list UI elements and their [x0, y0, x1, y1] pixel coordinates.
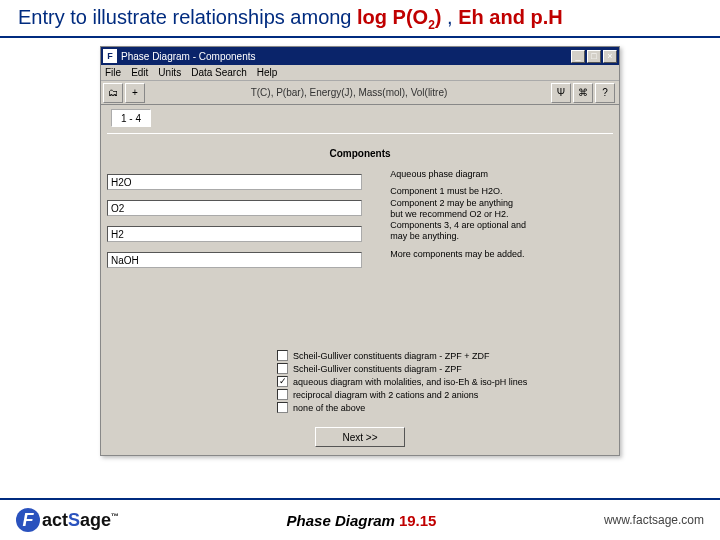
option-aqueous[interactable]: ✓ aqueous diagram with molalities, and i… [277, 376, 527, 387]
info-heading: Aqueous phase diagram [390, 169, 613, 180]
menubar: File Edit Units Data Search Help [101, 65, 619, 81]
logo-text: actSage™ [42, 510, 119, 531]
menu-file[interactable]: File [105, 67, 121, 78]
open-icon[interactable]: 🗂 [103, 83, 123, 103]
separator [107, 133, 613, 134]
menu-help[interactable]: Help [257, 67, 278, 78]
add-icon[interactable]: + [125, 83, 145, 103]
titlebar: F Phase Diagram - Components _ □ × [101, 47, 619, 65]
info-rules: Component 1 must be H2O. Component 2 may… [390, 186, 613, 242]
title-hl-2: Eh and p.H [458, 6, 562, 28]
components-heading: Components [107, 140, 613, 159]
next-button[interactable]: Next >> [315, 427, 405, 447]
option-scheil-zpf[interactable]: Scheil-Gulliver constituents diagram - Z… [277, 363, 527, 374]
menu-data-search[interactable]: Data Search [191, 67, 247, 78]
window-title: Phase Diagram - Components [121, 51, 571, 62]
tool-a-icon[interactable]: Ψ [551, 83, 571, 103]
option-label: reciprocal diagram with 2 cations and 2 … [293, 390, 478, 400]
title-prefix: Entry to illustrate relationships among [18, 6, 357, 28]
checkbox-icon [277, 363, 288, 374]
checkbox-icon: ✓ [277, 376, 288, 387]
title-hl-1: log P(O2) [357, 6, 447, 28]
maximize-button[interactable]: □ [587, 50, 601, 63]
option-scheil-zpf-zdf[interactable]: Scheil-Gulliver constituents diagram - Z… [277, 350, 527, 361]
component-1-field[interactable] [107, 174, 362, 190]
menu-units[interactable]: Units [158, 67, 181, 78]
slide-footer: F actSage™ Phase Diagram19.15 www.factsa… [0, 498, 720, 540]
close-button[interactable]: × [603, 50, 617, 63]
info-more: More components may be added. [390, 249, 613, 260]
menu-edit[interactable]: Edit [131, 67, 148, 78]
title-mid: , [447, 6, 458, 28]
app-window: F Phase Diagram - Components _ □ × File … [100, 46, 620, 456]
footer-caption: Phase Diagram19.15 [119, 512, 604, 529]
checkbox-icon [277, 350, 288, 361]
checkbox-icon [277, 402, 288, 413]
factsage-logo: F actSage™ [16, 508, 119, 532]
option-label: Scheil-Gulliver constituents diagram - Z… [293, 364, 462, 374]
logo-f-icon: F [16, 508, 40, 532]
tool-help-icon[interactable]: ? [595, 83, 615, 103]
footer-url: www.factsage.com [604, 513, 704, 527]
components-info: Aqueous phase diagram Component 1 must b… [390, 169, 613, 273]
tool-b-icon[interactable]: ⌘ [573, 83, 593, 103]
option-label: none of the above [293, 403, 365, 413]
component-2-field[interactable] [107, 200, 362, 216]
component-4-field[interactable] [107, 252, 362, 268]
window-body: 1 - 4 Components Aqueous phase diagram C… [101, 109, 619, 455]
app-icon: F [103, 49, 117, 63]
option-label: Scheil-Gulliver constituents diagram - Z… [293, 351, 489, 361]
toolbar: 🗂 + T(C), P(bar), Energy(J), Mass(mol), … [101, 81, 619, 105]
components-inputs [107, 169, 390, 273]
checkbox-icon [277, 389, 288, 400]
option-label: aqueous diagram with molalities, and iso… [293, 377, 527, 387]
minimize-button[interactable]: _ [571, 50, 585, 63]
slide-title: Entry to illustrate relationships among … [0, 0, 720, 38]
toolbar-units-label: T(C), P(bar), Energy(J), Mass(mol), Vol(… [147, 87, 551, 98]
component-3-field[interactable] [107, 226, 362, 242]
option-reciprocal[interactable]: reciprocal diagram with 2 cations and 2 … [277, 389, 527, 400]
option-none[interactable]: none of the above [277, 402, 527, 413]
diagram-type-options: Scheil-Gulliver constituents diagram - Z… [277, 348, 527, 415]
component-count-field[interactable]: 1 - 4 [111, 109, 151, 127]
